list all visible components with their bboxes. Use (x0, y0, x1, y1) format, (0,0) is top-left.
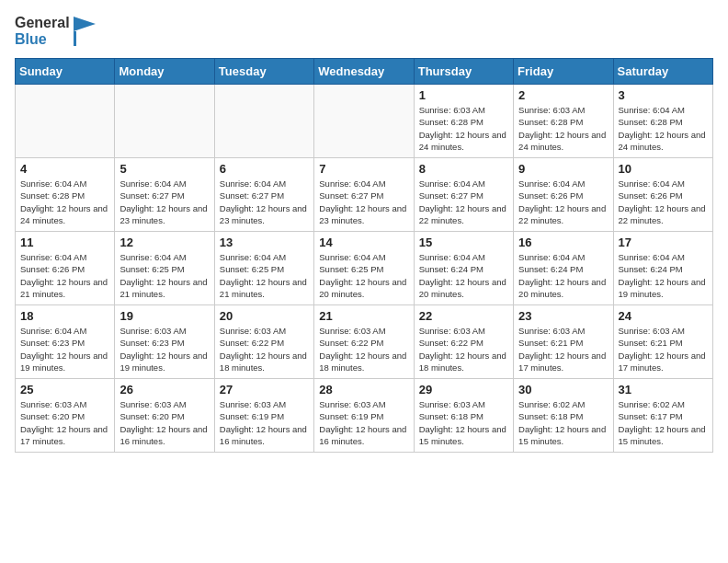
week-row-3: 11Sunrise: 6:04 AM Sunset: 6:26 PM Dayli… (16, 232, 713, 305)
calendar-cell: 14Sunrise: 6:04 AM Sunset: 6:25 PM Dayli… (314, 232, 414, 305)
day-info: Sunrise: 6:04 AM Sunset: 6:23 PM Dayligh… (20, 325, 109, 373)
day-info: Sunrise: 6:03 AM Sunset: 6:23 PM Dayligh… (119, 325, 209, 373)
day-info: Sunrise: 6:04 AM Sunset: 6:27 PM Dayligh… (319, 178, 408, 226)
day-info: Sunrise: 6:03 AM Sunset: 6:18 PM Dayligh… (419, 398, 508, 447)
day-number: 11 (20, 236, 109, 249)
week-row-1: 1Sunrise: 6:03 AM Sunset: 6:28 PM Daylig… (16, 85, 713, 158)
week-row-2: 4Sunrise: 6:04 AM Sunset: 6:28 PM Daylig… (16, 158, 713, 232)
day-number: 1 (419, 88, 508, 102)
weekday-header-sunday: Sunday (16, 59, 115, 85)
calendar-cell (314, 85, 414, 158)
day-number: 27 (220, 383, 309, 396)
day-info: Sunrise: 6:02 AM Sunset: 6:18 PM Dayligh… (518, 398, 608, 447)
day-info: Sunrise: 6:04 AM Sunset: 6:28 PM Dayligh… (619, 104, 708, 153)
day-info: Sunrise: 6:04 AM Sunset: 6:25 PM Dayligh… (119, 251, 209, 300)
day-info: Sunrise: 6:03 AM Sunset: 6:22 PM Dayligh… (419, 325, 508, 373)
calendar-cell: 2Sunrise: 6:03 AM Sunset: 6:28 PM Daylig… (514, 85, 613, 158)
week-row-4: 18Sunrise: 6:04 AM Sunset: 6:23 PM Dayli… (16, 305, 713, 379)
day-info: Sunrise: 6:04 AM Sunset: 6:28 PM Dayligh… (20, 178, 109, 226)
calendar-cell: 5Sunrise: 6:04 AM Sunset: 6:27 PM Daylig… (115, 158, 214, 232)
calendar-cell: 25Sunrise: 6:03 AM Sunset: 6:20 PM Dayli… (16, 379, 115, 453)
day-number: 14 (319, 236, 408, 249)
day-info: Sunrise: 6:03 AM Sunset: 6:28 PM Dayligh… (518, 104, 608, 153)
day-number: 20 (220, 309, 309, 323)
calendar-cell: 29Sunrise: 6:03 AM Sunset: 6:18 PM Dayli… (414, 379, 513, 453)
day-info: Sunrise: 6:03 AM Sunset: 6:20 PM Dayligh… (119, 398, 209, 447)
day-number: 22 (419, 309, 508, 323)
day-number: 28 (319, 383, 408, 396)
calendar-cell: 8Sunrise: 6:04 AM Sunset: 6:27 PM Daylig… (414, 158, 513, 232)
calendar-cell: 24Sunrise: 6:03 AM Sunset: 6:21 PM Dayli… (613, 305, 712, 379)
day-number: 10 (619, 162, 708, 176)
day-info: Sunrise: 6:03 AM Sunset: 6:21 PM Dayligh… (518, 325, 608, 373)
day-info: Sunrise: 6:03 AM Sunset: 6:19 PM Dayligh… (319, 398, 408, 447)
day-number: 17 (619, 236, 708, 249)
day-info: Sunrise: 6:04 AM Sunset: 6:26 PM Dayligh… (518, 178, 608, 226)
day-number: 18 (20, 309, 109, 323)
day-number: 8 (419, 162, 508, 176)
calendar-cell (115, 85, 214, 158)
weekday-header-thursday: Thursday (414, 59, 513, 85)
calendar-cell: 22Sunrise: 6:03 AM Sunset: 6:22 PM Dayli… (414, 305, 513, 379)
calendar-cell: 7Sunrise: 6:04 AM Sunset: 6:27 PM Daylig… (314, 158, 414, 232)
day-number: 19 (119, 309, 209, 323)
day-info: Sunrise: 6:03 AM Sunset: 6:19 PM Dayligh… (220, 398, 309, 447)
day-info: Sunrise: 6:04 AM Sunset: 6:27 PM Dayligh… (419, 178, 508, 226)
week-row-5: 25Sunrise: 6:03 AM Sunset: 6:20 PM Dayli… (16, 379, 713, 453)
svg-marker-0 (74, 17, 96, 31)
day-info: Sunrise: 6:04 AM Sunset: 6:25 PM Dayligh… (220, 251, 309, 300)
day-number: 7 (319, 162, 408, 176)
day-info: Sunrise: 6:04 AM Sunset: 6:27 PM Dayligh… (119, 178, 209, 226)
calendar-cell: 15Sunrise: 6:04 AM Sunset: 6:24 PM Dayli… (414, 232, 513, 305)
calendar-cell: 6Sunrise: 6:04 AM Sunset: 6:27 PM Daylig… (214, 158, 313, 232)
day-info: Sunrise: 6:02 AM Sunset: 6:17 PM Dayligh… (619, 398, 708, 447)
calendar-cell: 16Sunrise: 6:04 AM Sunset: 6:24 PM Dayli… (514, 232, 613, 305)
calendar-cell: 31Sunrise: 6:02 AM Sunset: 6:17 PM Dayli… (613, 379, 712, 453)
day-info: Sunrise: 6:04 AM Sunset: 6:26 PM Dayligh… (619, 178, 708, 226)
calendar-cell: 11Sunrise: 6:04 AM Sunset: 6:26 PM Dayli… (16, 232, 115, 305)
day-number: 29 (419, 383, 508, 396)
day-number: 6 (220, 162, 309, 176)
weekday-header-monday: Monday (115, 59, 214, 85)
day-number: 21 (319, 309, 408, 323)
weekday-header-friday: Friday (514, 59, 613, 85)
calendar-cell: 17Sunrise: 6:04 AM Sunset: 6:24 PM Dayli… (613, 232, 712, 305)
calendar-cell: 9Sunrise: 6:04 AM Sunset: 6:26 PM Daylig… (514, 158, 613, 232)
logo-blue: Blue (15, 31, 70, 48)
calendar-cell: 26Sunrise: 6:03 AM Sunset: 6:20 PM Dayli… (115, 379, 214, 453)
calendar-cell: 30Sunrise: 6:02 AM Sunset: 6:18 PM Dayli… (514, 379, 613, 453)
calendar-cell (16, 85, 115, 158)
day-number: 5 (119, 162, 209, 176)
calendar-cell (214, 85, 313, 158)
day-info: Sunrise: 6:04 AM Sunset: 6:26 PM Dayligh… (20, 251, 109, 300)
calendar-cell: 19Sunrise: 6:03 AM Sunset: 6:23 PM Dayli… (115, 305, 214, 379)
day-info: Sunrise: 6:03 AM Sunset: 6:28 PM Dayligh… (419, 104, 508, 153)
logo-text: General Blue (15, 15, 70, 47)
calendar-cell: 3Sunrise: 6:04 AM Sunset: 6:28 PM Daylig… (613, 85, 712, 158)
weekday-header-wednesday: Wednesday (314, 59, 414, 85)
calendar-cell: 4Sunrise: 6:04 AM Sunset: 6:28 PM Daylig… (16, 158, 115, 232)
day-number: 13 (220, 236, 309, 249)
day-info: Sunrise: 6:03 AM Sunset: 6:22 PM Dayligh… (319, 325, 408, 373)
weekday-header-saturday: Saturday (613, 59, 712, 85)
day-info: Sunrise: 6:03 AM Sunset: 6:22 PM Dayligh… (220, 325, 309, 373)
day-info: Sunrise: 6:04 AM Sunset: 6:25 PM Dayligh… (319, 251, 408, 300)
day-number: 24 (619, 309, 708, 323)
logo-general: General (15, 15, 70, 31)
weekday-header-tuesday: Tuesday (214, 59, 313, 85)
calendar-cell: 27Sunrise: 6:03 AM Sunset: 6:19 PM Dayli… (214, 379, 313, 453)
day-number: 12 (119, 236, 209, 249)
day-number: 15 (419, 236, 508, 249)
calendar-cell: 23Sunrise: 6:03 AM Sunset: 6:21 PM Dayli… (514, 305, 613, 379)
calendar-table: SundayMondayTuesdayWednesdayThursdayFrid… (15, 58, 713, 453)
day-number: 16 (518, 236, 608, 249)
day-number: 3 (619, 88, 708, 102)
header: General Blue (15, 15, 713, 47)
days-of-week-row: SundayMondayTuesdayWednesdayThursdayFrid… (16, 59, 713, 85)
calendar-cell: 28Sunrise: 6:03 AM Sunset: 6:19 PM Dayli… (314, 379, 414, 453)
day-info: Sunrise: 6:04 AM Sunset: 6:24 PM Dayligh… (518, 251, 608, 300)
logo-flag-icon (74, 17, 96, 46)
day-info: Sunrise: 6:03 AM Sunset: 6:21 PM Dayligh… (619, 325, 708, 373)
day-number: 4 (20, 162, 109, 176)
calendar-cell: 21Sunrise: 6:03 AM Sunset: 6:22 PM Dayli… (314, 305, 414, 379)
